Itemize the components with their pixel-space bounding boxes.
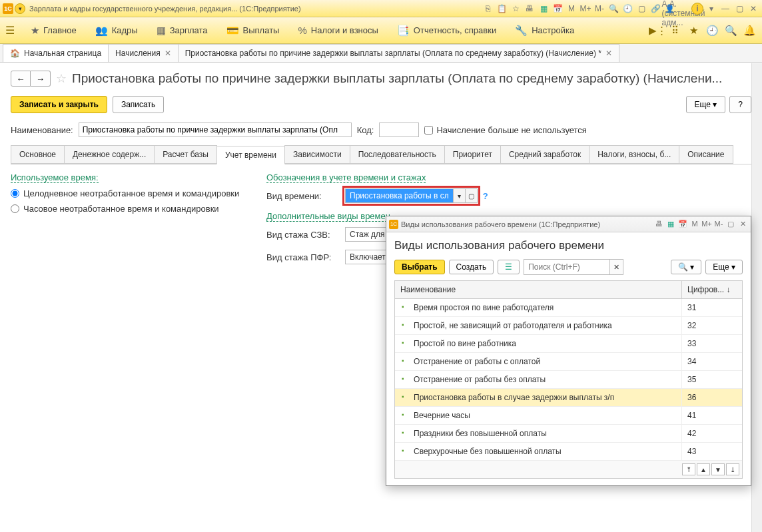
time-type-dropdown-icon[interactable]: ▾ xyxy=(453,189,465,202)
burger-icon[interactable]: ☰ xyxy=(5,24,21,37)
create-button[interactable]: Создать xyxy=(449,260,494,274)
menu-main[interactable]: ★Главное xyxy=(21,17,86,44)
menu-history-icon[interactable]: 🕘 xyxy=(705,25,719,37)
row-name: Отстранение от работы без оплаты xyxy=(395,371,682,388)
tab-accruals[interactable]: Начисления✕ xyxy=(108,44,179,62)
designations-heading: Обозначения в учете времени и стажах xyxy=(266,172,426,183)
search-button[interactable]: 🔍 ▾ xyxy=(671,260,701,274)
table-row[interactable]: Отстранение от работы без оплаты35 xyxy=(395,371,742,389)
subtab-0[interactable]: Основное xyxy=(11,145,65,164)
tb-icon-print[interactable]: 🖶 xyxy=(524,3,536,15)
titlebar-dropdown-icon[interactable]: ▾ xyxy=(15,3,25,14)
list-button[interactable]: ☰ xyxy=(498,260,520,274)
subtab-5[interactable]: Последовательность xyxy=(350,145,445,164)
subtab-4[interactable]: Зависимости xyxy=(284,145,350,164)
window-close-icon[interactable]: ✕ xyxy=(747,3,759,15)
window-maximize-icon[interactable]: ▢ xyxy=(733,3,745,15)
popup-cal1-icon[interactable]: ▦ xyxy=(665,220,676,228)
name-input[interactable] xyxy=(79,123,352,137)
table-row[interactable]: Вечерние часы41 xyxy=(395,407,742,425)
close-icon[interactable]: ✕ xyxy=(605,49,612,58)
subtab-6[interactable]: Приоритет xyxy=(444,145,501,164)
save-button[interactable]: Записать xyxy=(113,96,164,113)
col-code-header[interactable]: Цифров... ↓ xyxy=(682,281,742,298)
tb-mminus[interactable]: M- xyxy=(593,3,605,15)
subtab-7[interactable]: Средний заработок xyxy=(500,145,589,164)
popup-close-icon[interactable]: ✕ xyxy=(737,220,748,228)
tb-window-icon[interactable]: ▢ xyxy=(635,3,647,15)
subtab-9[interactable]: Описание xyxy=(679,145,733,164)
menu-salary[interactable]: ▦Зарплата xyxy=(147,17,217,44)
popup-mminus[interactable]: M- xyxy=(713,220,724,228)
table-row[interactable]: Отстранение от работы с оплатой34 xyxy=(395,353,742,371)
time-type-open-icon[interactable]: ▢ xyxy=(465,189,477,202)
help-button[interactable]: ? xyxy=(729,96,751,113)
menu-fav-icon[interactable]: ★ xyxy=(686,25,701,37)
popup-cal2-icon[interactable]: 📅 xyxy=(677,220,688,228)
time-type-select[interactable]: Приостановка работы в сл ▾ ▢ xyxy=(345,188,478,203)
nav-down-icon[interactable]: ▼ xyxy=(711,463,725,475)
popup-mplus[interactable]: M+ xyxy=(701,220,712,228)
table-row[interactable]: Простой, не зависящий от работодателя и … xyxy=(395,317,742,335)
menu-apps-icon[interactable]: ⠿ xyxy=(667,25,682,37)
menu-search-icon[interactable]: 🔍 xyxy=(723,25,738,37)
subtab-3[interactable]: Учет времени xyxy=(216,146,285,164)
select-button[interactable]: Выбрать xyxy=(394,260,445,274)
popup-more-button[interactable]: Еще ▾ xyxy=(705,260,743,274)
name-label: Наименование: xyxy=(11,125,73,135)
menu-reports[interactable]: 📑Отчетность, справки xyxy=(388,17,506,44)
search-input[interactable] xyxy=(524,259,610,275)
help-icon[interactable]: ? xyxy=(483,191,488,201)
tab-current[interactable]: Приостановка работы по причине задержки … xyxy=(178,44,619,62)
popup-m[interactable]: M xyxy=(689,220,700,228)
menu-payments[interactable]: 💳Выплаты xyxy=(217,17,289,44)
search-clear-button[interactable]: ✕ xyxy=(610,259,623,275)
nav-up-icon[interactable]: ▲ xyxy=(697,463,710,475)
tb-icon-cal2[interactable]: 📅 xyxy=(552,3,564,15)
tb-icon-2[interactable]: 📋 xyxy=(496,3,508,15)
tab-home[interactable]: 🏠Начальная страница xyxy=(3,44,109,62)
menu-taxes[interactable]: %Налоги и взносы xyxy=(288,17,387,44)
tb-zoom-icon[interactable]: 🔍 xyxy=(607,3,619,15)
current-user[interactable]: Григорьянц А.А. (системный адм... xyxy=(677,3,689,15)
code-input[interactable] xyxy=(379,123,419,137)
table-row[interactable]: Праздники без повышенной оплаты42 xyxy=(395,425,742,443)
subtab-1[interactable]: Денежное содерж... xyxy=(64,145,155,164)
close-icon[interactable]: ✕ xyxy=(165,49,171,58)
tb-icon-3[interactable]: ☆ xyxy=(510,3,522,15)
popup-print-icon[interactable]: 🖶 xyxy=(653,220,664,228)
tb-icon-cal1[interactable]: ▦ xyxy=(538,3,550,15)
window-minimize-icon[interactable]: — xyxy=(719,3,731,15)
nav-last-icon[interactable]: ⤓ xyxy=(726,463,739,475)
more-button[interactable]: Еще ▾ xyxy=(686,96,726,113)
menu-more-icon[interactable]: ▶⋮ xyxy=(649,25,663,37)
table-row[interactable]: Простой по вине работника33 xyxy=(395,335,742,353)
popup-maximize-icon[interactable]: ▢ xyxy=(725,220,736,228)
menu-settings[interactable]: 🔧Настройка xyxy=(506,17,583,44)
forward-button[interactable]: → xyxy=(31,71,51,87)
favorite-star-icon[interactable]: ☆ xyxy=(56,71,67,86)
tb-icon-1[interactable]: ⎘ xyxy=(482,3,494,15)
nav-first-icon[interactable]: ⤒ xyxy=(682,463,695,475)
row-name: Сверхурочные без повышенной оплаты xyxy=(395,443,682,460)
info-icon[interactable]: i xyxy=(691,3,703,15)
col-name-header[interactable]: Наименование xyxy=(395,281,682,298)
tb-mplus[interactable]: M+ xyxy=(579,3,591,15)
menu-bell-icon[interactable]: 🔔 xyxy=(742,25,757,37)
radio-full-day[interactable] xyxy=(11,189,19,198)
save-close-button[interactable]: Записать и закрыть xyxy=(11,96,107,113)
tb-link-icon[interactable]: 🔗 xyxy=(649,3,661,15)
subtab-2[interactable]: Расчет базы xyxy=(154,145,217,164)
menu-personnel[interactable]: 👥Кадры xyxy=(86,17,147,44)
table-row[interactable]: Сверхурочные без повышенной оплаты43 xyxy=(395,443,742,461)
table-row[interactable]: Приостановка работы в случае задержки вы… xyxy=(395,389,742,407)
table-row[interactable]: Время простоя по вине работодателя31 xyxy=(395,299,742,317)
tb-clock-icon[interactable]: 🕘 xyxy=(621,3,633,15)
subtab-8[interactable]: Налоги, взносы, б... xyxy=(589,145,679,164)
not-used-checkbox[interactable] xyxy=(424,126,433,134)
tb-m[interactable]: M xyxy=(566,3,577,15)
tb-dd2[interactable]: ▾ xyxy=(705,3,717,15)
scrollbar[interactable] xyxy=(751,63,762,532)
back-button[interactable]: ← xyxy=(11,71,31,87)
radio-hourly[interactable] xyxy=(11,204,19,213)
